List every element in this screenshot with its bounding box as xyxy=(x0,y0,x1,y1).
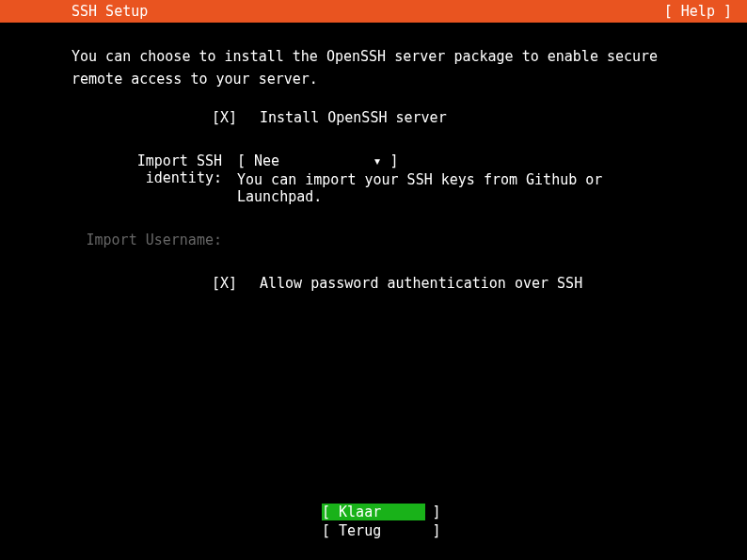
help-button[interactable]: [ Help ] xyxy=(664,3,732,20)
install-openssh-label: Install OpenSSH server xyxy=(260,109,447,126)
install-openssh-checkbox[interactable]: [X] xyxy=(212,109,237,126)
import-identity-hint: You can import your SSH keys from Github… xyxy=(237,171,675,205)
footer-buttons: [ Klaar ] [ Terug ] xyxy=(0,504,747,539)
description-text: You can choose to install the OpenSSH se… xyxy=(72,45,675,90)
allow-password-checkbox[interactable]: [X] xyxy=(212,275,237,292)
import-username-section: Import Username: xyxy=(72,232,675,248)
done-button[interactable]: [ Klaar ] xyxy=(322,504,425,520)
page-title: SSH Setup xyxy=(72,3,148,20)
main-content: You can choose to install the OpenSSH se… xyxy=(0,23,747,292)
header-bar: SSH Setup [ Help ] xyxy=(0,0,747,23)
allow-password-label: Allow password authentication over SSH xyxy=(260,275,582,292)
import-username-label: Import Username: xyxy=(87,232,223,248)
import-identity-select[interactable]: [ Nee ▾ ] xyxy=(237,152,399,169)
import-identity-section: Import SSH identity: [ Nee ▾ ] You can i… xyxy=(72,152,675,205)
install-openssh-section: [X] Install OpenSSH server xyxy=(72,109,675,126)
back-button[interactable]: [ Terug ] xyxy=(322,522,425,539)
allow-password-section: [X] Allow password authentication over S… xyxy=(72,275,675,292)
import-identity-label: Import SSH identity: xyxy=(137,152,222,186)
